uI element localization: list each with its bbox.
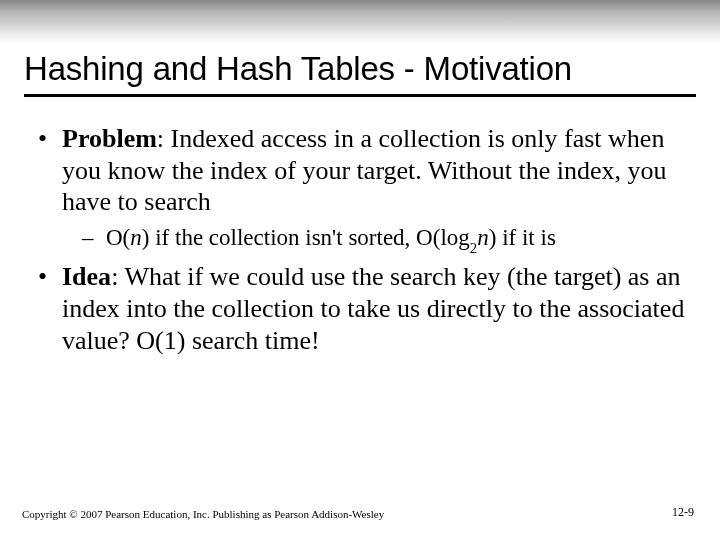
complexity-mid: ) if the collection isn't sorted, O(log — [142, 225, 470, 250]
complexity-pre: O( — [106, 225, 130, 250]
title-underline — [24, 94, 696, 97]
bullet-idea-text: : What if we could use the search key (t… — [62, 262, 684, 354]
bullet-idea: Idea: What if we could use the search ke… — [42, 261, 696, 356]
sub-bullet-complexity: O(n) if the collection isn't sorted, O(l… — [88, 224, 696, 255]
page-number: 12-9 — [672, 505, 694, 520]
bullet-problem: Problem: Indexed access in a collection … — [42, 123, 696, 255]
bullet-idea-label: Idea — [62, 262, 111, 291]
bullet-problem-label: Problem — [62, 124, 157, 153]
complexity-n2: n — [477, 225, 489, 250]
copyright-footer: Copyright © 2007 Pearson Education, Inc.… — [22, 508, 384, 520]
slide-body: Problem: Indexed access in a collection … — [24, 123, 696, 357]
slide-title: Hashing and Hash Tables - Motivation — [24, 50, 696, 88]
complexity-sub: 2 — [470, 240, 477, 256]
bullet-list: Problem: Indexed access in a collection … — [26, 123, 696, 357]
sub-bullet-list: O(n) if the collection isn't sorted, O(l… — [62, 224, 696, 255]
complexity-post: ) if it is — [489, 225, 556, 250]
slide-container: Hashing and Hash Tables - Motivation Pro… — [0, 0, 720, 540]
complexity-n1: n — [130, 225, 142, 250]
